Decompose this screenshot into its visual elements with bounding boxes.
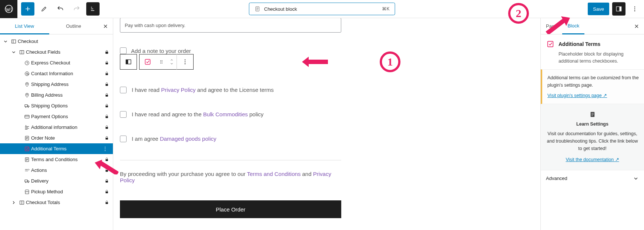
- tree-item[interactable]: Contact Information: [0, 68, 113, 79]
- lock-icon: [104, 200, 109, 205]
- term-checkbox[interactable]: [120, 87, 127, 93]
- tree-item[interactable]: Shipping Address: [0, 79, 113, 90]
- payment-description-text: Pay with cash upon delivery.: [125, 23, 185, 28]
- advanced-panel-toggle[interactable]: Advanced: [541, 170, 644, 187]
- save-button[interactable]: Save: [588, 3, 609, 15]
- order-note-row[interactable]: Add a note to your order: [120, 47, 534, 54]
- redo-button[interactable]: [70, 2, 83, 16]
- order-note-checkbox[interactable]: [120, 47, 127, 54]
- chevron-down-icon: [633, 176, 639, 181]
- annotation-arrow-1: [302, 55, 328, 69]
- wp-logo[interactable]: [0, 0, 17, 18]
- pin-icon: [23, 92, 31, 98]
- term-link[interactable]: Bulk Commodities: [203, 111, 248, 117]
- svg-rect-21: [105, 106, 108, 107]
- tree-checkout-fields[interactable]: Checkout Fields: [0, 47, 113, 57]
- tree-label: Terms and Conditions: [31, 157, 104, 162]
- left-panel-tabs: List View Outline: [0, 18, 113, 34]
- tc-link[interactable]: Terms and Conditions: [247, 171, 301, 177]
- svg-point-19: [26, 107, 26, 107]
- tree-label: Payment Options: [31, 114, 104, 119]
- notice-link[interactable]: Visit plugin's settings page ↗: [547, 93, 607, 98]
- tab-list-view[interactable]: List View: [0, 18, 49, 34]
- tree-label: Additional Terms: [31, 146, 101, 151]
- tree-item[interactable]: Actions: [0, 165, 113, 176]
- tree-checkout-totals[interactable]: Checkout Totals: [0, 197, 113, 208]
- row-more-icon[interactable]: [101, 146, 109, 152]
- svg-point-46: [162, 61, 162, 62]
- place-order-button[interactable]: Place Order: [120, 200, 341, 218]
- payment-description-input[interactable]: Pay with cash upon delivery.: [120, 18, 341, 33]
- svg-point-6: [634, 10, 635, 11]
- svg-rect-41: [126, 60, 128, 64]
- workspace: List View Outline Checkout Checkout Fiel…: [0, 18, 644, 230]
- tree-label: Checkout Fields: [26, 49, 104, 55]
- editor-topbar: Checkout block ⌘K Save: [0, 0, 644, 18]
- layout-icon: [10, 39, 18, 44]
- svg-rect-37: [105, 191, 108, 193]
- term-link[interactable]: Damaged goods policy: [160, 136, 217, 142]
- column-icon: [18, 200, 26, 206]
- add-block-button[interactable]: [21, 2, 34, 16]
- tab-block[interactable]: Block: [562, 18, 584, 34]
- lock-icon: [104, 82, 109, 87]
- learn-link[interactable]: Visit the documentation ↗: [566, 157, 619, 162]
- lock-icon: [104, 136, 109, 140]
- notice-text: Additional terms can be customized from …: [547, 74, 639, 89]
- block-settings-panel: Page Block Additional Terms Placeholder …: [540, 18, 644, 230]
- close-settings[interactable]: [629, 23, 644, 29]
- svg-point-34: [26, 182, 26, 183]
- tree-label: Contact Information: [31, 71, 104, 76]
- block-more-button[interactable]: [177, 54, 193, 70]
- move-buttons[interactable]: [167, 54, 177, 70]
- svg-rect-42: [145, 59, 150, 64]
- svg-rect-24: [105, 127, 108, 129]
- edit-tool-button[interactable]: [37, 2, 51, 16]
- doc-icon: [546, 111, 639, 118]
- block-title: Additional Terms: [559, 41, 600, 47]
- parent-block-button[interactable]: [120, 54, 137, 70]
- advanced-label: Advanced: [546, 176, 567, 181]
- svg-rect-32: [105, 159, 108, 161]
- tree-item[interactable]: Delivery: [0, 176, 113, 186]
- term-row: I have read and agree to the Bulk Commod…: [120, 111, 341, 118]
- tree-item[interactable]: Additional information: [0, 122, 113, 133]
- tab-page[interactable]: Page: [541, 18, 562, 34]
- tree-label: Shipping Address: [31, 81, 104, 87]
- svg-rect-23: [105, 116, 108, 118]
- page-icon: [255, 6, 261, 12]
- tree-item[interactable]: Express Checkout: [0, 57, 113, 68]
- tree-item[interactable]: Terms and Conditions: [0, 154, 113, 165]
- column-icon: [18, 49, 26, 55]
- document-title-bar[interactable]: Checkout block ⌘K: [249, 3, 395, 15]
- term-checkbox[interactable]: [120, 136, 127, 142]
- term-checkbox[interactable]: [120, 111, 127, 118]
- more-options-button[interactable]: [628, 3, 641, 15]
- tab-outline[interactable]: Outline: [49, 18, 98, 34]
- lock-icon: [104, 157, 109, 162]
- right-panel-tabs: Page Block: [541, 18, 644, 34]
- tree-item[interactable]: Pickup Method: [0, 186, 113, 197]
- settings-panel-toggle[interactable]: [612, 2, 625, 16]
- svg-rect-14: [105, 73, 108, 75]
- truck-icon: [23, 103, 31, 109]
- tree-checkout[interactable]: Checkout: [0, 36, 113, 47]
- tree-item-additional-terms[interactable]: Additional Terms: [0, 143, 113, 154]
- tree-item[interactable]: Billing Address: [0, 90, 113, 100]
- term-link[interactable]: Privacy Policy: [161, 87, 195, 93]
- svg-point-4: [634, 7, 635, 7]
- tree-item[interactable]: Payment Options: [0, 111, 113, 122]
- tree-label: Checkout: [18, 39, 109, 44]
- close-list-view[interactable]: [98, 23, 113, 29]
- list-view-toggle[interactable]: [86, 2, 100, 16]
- tree-item[interactable]: Order Note: [0, 133, 113, 143]
- lock-icon: [104, 50, 109, 54]
- undo-button[interactable]: [54, 2, 67, 16]
- note-icon: [23, 157, 31, 163]
- additional-terms-block[interactable]: I have read Privacy Policy and agree to …: [120, 87, 341, 142]
- drag-handle[interactable]: [156, 54, 167, 70]
- tree-item[interactable]: Shipping Options: [0, 100, 113, 111]
- annotation-circle-1: 1: [380, 51, 400, 72]
- block-type-icon[interactable]: [140, 54, 156, 70]
- block-toolbar: [120, 54, 194, 70]
